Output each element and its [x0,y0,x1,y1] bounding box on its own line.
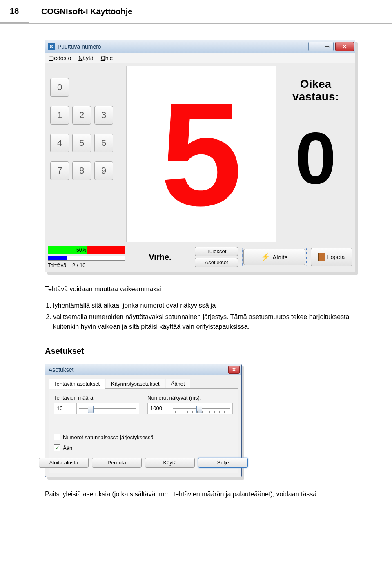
restart-button[interactable]: Aloita alusta [39,458,89,468]
paragraph-outro: Paitsi yleisiä asetuksia (jotka sisältäv… [45,489,355,499]
random-order-checkbox[interactable]: Numerot satunnaisessa järjestyksessä [54,434,233,440]
key-5[interactable]: 5 [72,134,91,152]
tab-bar: Tehtävän asetukset Käynnistysasetukset Ä… [49,379,238,389]
field-display-time-label: Numerot näkyvät (ms): [147,395,201,401]
settings-button[interactable]: Asetukset [195,258,238,267]
sound-checkbox[interactable]: ✓ Ääni [54,444,233,451]
key-7[interactable]: 7 [50,161,69,180]
checkbox-label: Ääni [63,445,74,451]
numbered-list: lyhentämällä sitä aikaa, jonka numerot o… [45,301,355,332]
apply-button[interactable]: Käytä [145,458,195,468]
dialog-title: Asetukset [49,366,74,373]
tab-task-settings[interactable]: Tehtävän asetukset [49,379,105,389]
menu-help[interactable]: Ohje [101,55,113,61]
task-count-slider[interactable]: 10 [54,403,139,414]
displayed-number: 5 [160,95,242,213]
checkbox-icon: ✓ [54,444,60,451]
display-time-value: 1000 [148,403,170,414]
start-button[interactable]: ⚡ Aloita [242,248,307,266]
close-dialog-button[interactable]: Sulje [198,458,248,468]
key-1[interactable]: 1 [50,106,69,125]
lightning-icon: ⚡ [261,252,270,261]
menu-view[interactable]: Näytä [78,55,94,61]
number-keypad: 0 1 2 3 4 5 6 7 8 9 [48,66,124,242]
close-button[interactable]: ✕ [335,42,354,51]
page-header: 18 COGNIsoft-I Käyttöohje [0,0,392,24]
cancel-button[interactable]: Peruuta [92,458,142,468]
key-4[interactable]: 4 [50,134,69,152]
settings-dialog: Asetukset ✕ Tehtävän asetukset Käynnisty… [45,364,242,477]
tab-startup-settings[interactable]: Käynnistysasetukset [106,379,165,389]
key-2[interactable]: 2 [72,106,91,125]
quit-button[interactable]: Lopeta [311,248,352,266]
task-progress-bar [48,256,125,261]
title-bar: S Puuttuva numero — ▭ ✕ [45,40,355,53]
window-title: Puuttuva numero [58,43,101,50]
display-time-slider[interactable]: 1000 [147,403,233,414]
tab-sounds[interactable]: Äänet [166,379,190,389]
app-icon: S [48,43,55,50]
task-count-value: 10 [54,403,77,414]
display-panel: 5 [126,66,276,242]
section-heading: Asetukset [45,346,355,356]
menu-file[interactable]: Tiedosto [49,55,71,61]
app-window: S Puuttuva numero — ▭ ✕ Tiedosto Näytä O… [45,40,355,272]
field-task-count-label: Tehtävien määrä: [54,395,95,401]
key-6[interactable]: 6 [94,134,113,152]
task-counter: Tehtävä: 2 / 10 [48,262,125,268]
doc-title: COGNIsoft-I Käyttöohje [29,0,392,23]
correct-answer: 0 [295,116,336,200]
dialog-close-button[interactable]: ✕ [228,366,240,374]
score-bar: 50% [48,246,125,254]
answer-panel: Oikeavastaus: 0 [279,66,352,242]
door-icon [318,253,325,261]
key-9[interactable]: 9 [94,161,113,180]
maximize-button[interactable]: ▭ [321,42,333,51]
list-item: valitsemalla numeroiden näyttötavaksi sa… [53,312,355,332]
list-item: lyhentämällä sitä aikaa, jonka numerot o… [53,301,355,310]
minimize-button[interactable]: — [309,42,321,51]
dialog-titlebar: Asetukset ✕ [45,364,241,375]
key-8[interactable]: 8 [72,161,91,180]
paragraph-intro: Tehtävä voidaan muuttaa vaikeammaksi [45,284,355,294]
checkbox-icon [54,434,60,440]
score-percent: 50% [48,246,87,254]
page-number: 18 [0,0,29,23]
menu-bar: Tiedosto Näytä Ohje [45,53,355,63]
checkbox-label: Numerot satunnaisessa järjestyksessä [63,434,154,440]
status-bar: 50% Tehtävä: 2 / 10 Virhe. Tulokset Aset… [48,246,352,268]
key-0[interactable]: 0 [50,78,69,97]
answer-label: Oikeavastaus: [292,78,339,103]
key-3[interactable]: 3 [94,106,113,125]
status-text: Virhe. [129,252,191,262]
results-button[interactable]: Tulokset [195,247,238,256]
